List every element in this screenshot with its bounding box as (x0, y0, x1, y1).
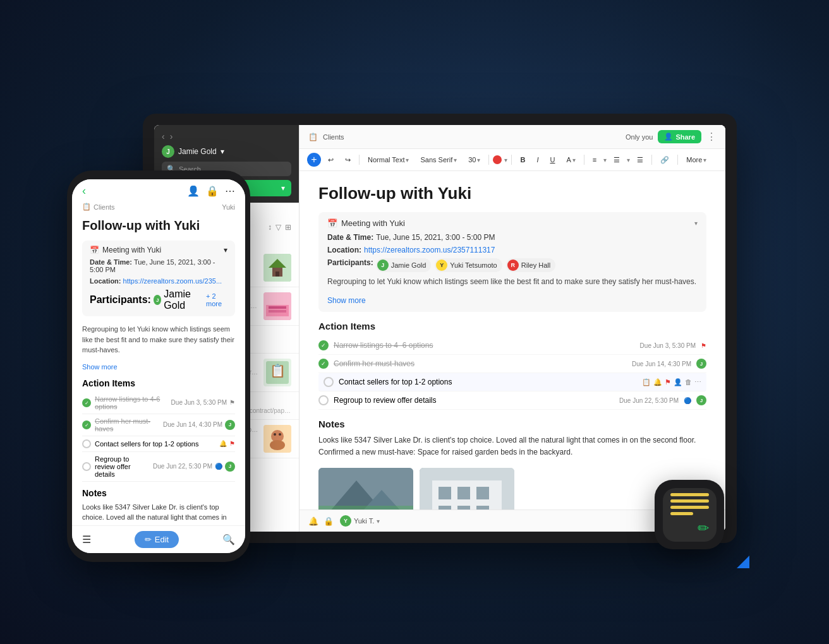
toolbar-divider (651, 155, 652, 165)
lock-footer-icon[interactable]: 🔒 (324, 516, 334, 526)
underline-button[interactable]: U (546, 154, 560, 165)
svg-rect-23 (439, 487, 451, 499)
bell-footer-icon[interactable]: 🔔 (308, 516, 318, 526)
share-button[interactable]: 👤 Share (658, 130, 701, 143)
action-item-2: Confirm her must-haves Due Jun 14, 4:30 … (318, 355, 706, 373)
meeting-header: 📅 Meeting with Yuki ▾ (327, 218, 698, 228)
filter-icon[interactable]: ▽ (275, 223, 281, 232)
italic-button[interactable]: I (532, 154, 543, 165)
indent-button[interactable]: ☰ (632, 154, 648, 166)
font-size-selector[interactable]: 30 ▾ (464, 154, 485, 165)
action-checkbox[interactable] (82, 420, 91, 429)
phone-meeting-header[interactable]: 📅 Meeting with Yuki ▾ (90, 246, 227, 254)
app-icon: ✏ (655, 480, 724, 549)
participants-row: Participants: J Jamie Gold Y Y (327, 258, 698, 272)
location-link[interactable]: https://zerealtors.zoom.us/235... (123, 277, 222, 285)
participant-name: Jamie Gold (164, 289, 203, 311)
icon-line (670, 493, 709, 496)
chevron-down-icon: ▾ (224, 246, 227, 254)
phone-header-icons: 👤 🔒 ⋯ (187, 185, 235, 197)
bold-button[interactable]: B (516, 154, 529, 165)
menu-icon[interactable]: ☰ (82, 534, 91, 546)
chevron-down-icon[interactable]: ▾ (694, 220, 698, 227)
meeting-block: 📅 Meeting with Yuki ▾ Date & Time: Tue, … (318, 212, 706, 312)
ordered-list-button[interactable]: ☰ (609, 154, 624, 166)
link-button[interactable]: 🔗 (656, 154, 674, 166)
font-selector[interactable]: Sans Serif ▾ (416, 154, 461, 165)
participant-chip-riley: R Riley Hall (506, 258, 555, 272)
action-checkbox[interactable] (82, 462, 91, 471)
phone-notes-title: Notes (82, 488, 235, 498)
action-checkbox[interactable] (318, 359, 329, 369)
color-picker[interactable] (493, 155, 502, 164)
phone-action-item-3: Contact sellers for top 1-2 options 🔔 ⚑ (82, 436, 235, 452)
icon-lines (670, 493, 709, 515)
action-flag-icon: ⚑ (701, 342, 706, 349)
lock-icon[interactable]: 🔒 (206, 185, 219, 197)
phone-back-button[interactable]: ‹ (82, 184, 86, 198)
chevron-down-icon: ▾ (454, 157, 457, 164)
toolbar-divider (488, 155, 489, 165)
sort-icon[interactable]: ↕ (268, 223, 272, 232)
phone-screen: ‹ 👤 🔒 ⋯ 📋 Clients Yuki Follow-up with Yu… (72, 179, 245, 553)
add-button[interactable]: + (307, 153, 321, 167)
footer-icons: 🔔 🔒 (308, 516, 334, 526)
footer-user[interactable]: Y Yuki T. ▾ (340, 515, 380, 527)
participant-chip-jamie: J Jamie Gold (376, 258, 432, 272)
action-right: Due Jun 3, 5:30 PM ⚑ (171, 399, 235, 406)
meeting-label: Meeting with Yuki (341, 218, 405, 228)
note-thumbnail (263, 254, 291, 282)
more-icon[interactable]: ⋯ (225, 185, 235, 197)
search-icon[interactable]: 🔍 (222, 534, 235, 546)
action-item-1: Narrow listings to 4–6 options Due Jun 3… (318, 337, 706, 355)
bell-icon: 🔵 (215, 463, 222, 470)
phone-breadcrumb: 📋 Clients Yuki (72, 200, 245, 213)
mobile-phone: ‹ 👤 🔒 ⋯ 📋 Clients Yuki Follow-up with Yu… (67, 170, 250, 562)
breadcrumb-text: Clients (94, 203, 115, 211)
bell-icon: 🔵 (684, 397, 691, 404)
action-due: Due Jun 14, 4:30 PM (632, 361, 691, 367)
participants-list: J Jamie Gold Y Yuki Tetsumoto (376, 258, 556, 272)
nav-back-icon[interactable]: ‹ (162, 131, 165, 141)
meeting-label: Meeting with Yuki (102, 246, 161, 254)
action-checkbox[interactable] (324, 377, 334, 387)
more-participants-link[interactable]: + 2 more (206, 292, 227, 307)
show-more-link[interactable]: Show more (82, 363, 118, 371)
svg-rect-3 (275, 271, 279, 277)
only-you-badge: Only you (626, 133, 653, 141)
location-link[interactable]: https://zerealtors.zoom.us/2357111317 (364, 246, 495, 254)
show-more-link[interactable]: Show more (327, 296, 366, 305)
note-image-building (420, 468, 514, 510)
unordered-list-button[interactable]: ≡ (588, 154, 601, 165)
grid-icon[interactable]: ⊞ (285, 223, 291, 232)
add-person-icon[interactable]: 👤 (187, 185, 200, 197)
svg-text:📋: 📋 (270, 363, 286, 378)
nav-forward-icon[interactable]: › (170, 131, 173, 141)
chevron-down-icon: ▾ (627, 157, 630, 164)
action-item-3[interactable]: Contact sellers for top 1-2 options 📋 🔔 … (318, 373, 706, 391)
user-name[interactable]: Jamie Gold (178, 147, 217, 156)
participant-name: Riley Hall (521, 261, 550, 269)
more-toolbar-button[interactable]: More ▾ (682, 154, 711, 165)
action-checkbox[interactable] (318, 340, 329, 350)
text-style-selector[interactable]: Normal Text ▾ (363, 154, 413, 165)
datetime-row: Date & Time: Tue, June 15, 2021, 3:00 - … (327, 233, 698, 242)
action-checkbox[interactable] (82, 439, 91, 448)
chevron-down-icon: ▾ (406, 157, 409, 164)
chevron-down-icon: ▾ (477, 157, 480, 164)
action-text: Confirm her must-haves (334, 359, 627, 368)
phone-note-title: Follow-up with Yuki (82, 218, 235, 233)
highlight-button[interactable]: A ▾ (562, 154, 579, 165)
action-checkbox[interactable] (318, 395, 329, 405)
action-checkbox[interactable] (82, 398, 91, 407)
app-icon-inner: ✏ (663, 488, 717, 542)
edit-button[interactable]: ✏ Edit (135, 531, 179, 548)
undo-button[interactable]: ↩ (324, 154, 338, 166)
note-thumbnail (263, 425, 291, 453)
redo-button[interactable]: ↪ (341, 154, 355, 166)
notes-section-title: Notes (318, 419, 706, 429)
location-row: Location: https://zerealtors.zoom.us/235… (327, 246, 698, 254)
note-images (318, 468, 706, 510)
more-button[interactable]: ⋮ (706, 131, 717, 143)
footer-avatar: Y (340, 515, 351, 527)
